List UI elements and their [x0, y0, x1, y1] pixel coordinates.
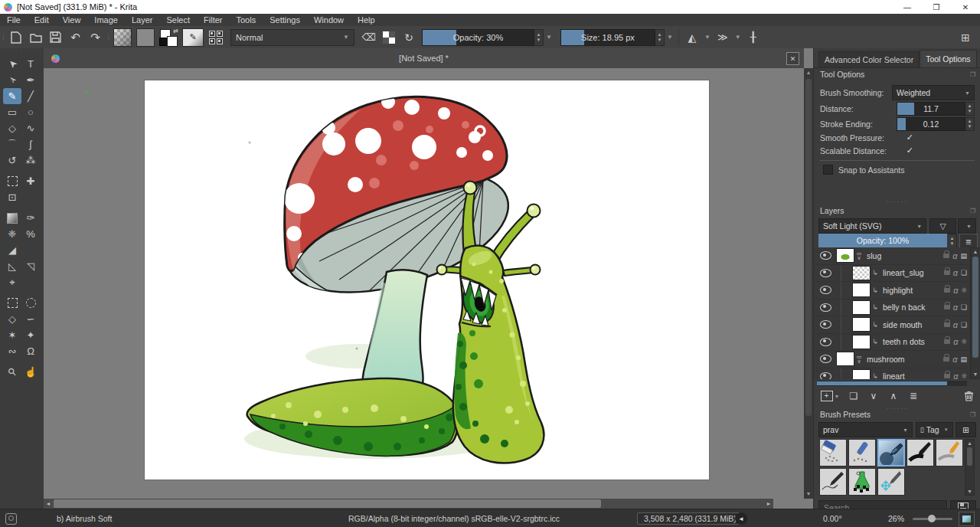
mirror-horizontal-dropdown[interactable]: ▼: [704, 34, 710, 41]
canvas-page[interactable]: [144, 80, 710, 480]
toolbox-grip[interactable]: · · ·: [0, 48, 44, 56]
selection-mode-icon[interactable]: [5, 513, 17, 525]
stroke-ending-slider[interactable]: 0.12: [897, 117, 965, 131]
pan-tool[interactable]: ☝: [21, 364, 40, 380]
float-docker-icon[interactable]: ❐: [970, 411, 977, 418]
polygon-tool[interactable]: ◇: [3, 120, 21, 136]
scroll-down-icon[interactable]: ▼: [804, 489, 813, 499]
delete-layer-button[interactable]: [961, 388, 976, 404]
contiguous-selection-tool[interactable]: ✦: [21, 327, 40, 343]
layer-alpha-icon[interactable]: α: [953, 372, 958, 379]
brush-preset-airbrush-soft[interactable]: [877, 439, 905, 466]
redo-button[interactable]: ↷: [87, 29, 104, 46]
canvas-rotation[interactable]: 0.00°: [823, 514, 842, 523]
document-close-button[interactable]: ✕: [786, 52, 799, 65]
float-docker-icon[interactable]: ❐: [970, 71, 977, 78]
layer-row-mushroom[interactable]: ▭∨mushroomα▤: [814, 351, 970, 368]
gradient-chooser[interactable]: [113, 28, 132, 47]
multibrush-tool[interactable]: ⁂: [21, 152, 40, 169]
layer-lock-icon[interactable]: [944, 305, 950, 309]
elliptical-selection-tool[interactable]: [21, 295, 40, 311]
opacity-spinner[interactable]: ▲▼: [534, 29, 544, 46]
move-layer-up-button[interactable]: ∧: [886, 388, 901, 404]
layer-row-belly-n-back[interactable]: ↳belly n backα❏: [814, 300, 970, 317]
brush-preset-ink-pen[interactable]: [906, 439, 934, 466]
select-shapes-tool[interactable]: ➤: [3, 56, 21, 72]
layer-name[interactable]: highlight: [883, 286, 944, 295]
ellipse-tool[interactable]: ○: [21, 104, 40, 120]
layer-thumbnail[interactable]: [852, 300, 871, 315]
move-tool[interactable]: ✚: [21, 173, 40, 189]
mirror-horizontal-button[interactable]: ◭: [684, 29, 701, 46]
layer-properties-button[interactable]: ≣: [906, 388, 921, 404]
eraser-mode-button[interactable]: ⌫: [361, 29, 377, 46]
open-document-button[interactable]: [28, 29, 44, 46]
move-layer-down-button[interactable]: ∨: [866, 388, 881, 404]
layer-badge-icon[interactable]: ❋: [961, 372, 967, 379]
bezier-curve-tool[interactable]: ⌒: [3, 136, 21, 152]
smooth-pressure-checkbox[interactable]: ✓: [906, 133, 913, 142]
image-size-info[interactable]: 3,508 x 2,480 (331.9 MiB): [637, 512, 743, 525]
hscroll-thumb[interactable]: [54, 499, 601, 508]
wrap-around-button[interactable]: ╂: [745, 29, 762, 46]
ruler-assistant-tool[interactable]: ◹: [21, 258, 40, 274]
size-options-dropdown[interactable]: ▼: [667, 34, 673, 41]
layer-lock-icon[interactable]: [944, 288, 950, 293]
layer-name[interactable]: side mouth: [883, 320, 944, 329]
undo-button[interactable]: ↶: [67, 29, 84, 46]
save-button[interactable]: [47, 29, 64, 46]
layer-visibility-icon[interactable]: [820, 338, 831, 346]
layer-visibility-icon[interactable]: [820, 372, 831, 379]
polygonal-selection-tool[interactable]: ◇: [3, 311, 21, 327]
scroll-right-icon[interactable]: ►: [764, 499, 773, 509]
new-document-button[interactable]: [8, 29, 24, 46]
assistants-tool[interactable]: ◺: [3, 258, 21, 274]
menu-view[interactable]: View: [56, 14, 88, 26]
freehand-brush-tool[interactable]: ✎: [3, 88, 21, 104]
preserve-alpha-button[interactable]: [381, 29, 397, 46]
tag-button[interactable]: ▯Tag▼: [916, 422, 953, 437]
reference-images-tool[interactable]: ⌖: [3, 274, 21, 290]
restore-button[interactable]: ❐: [922, 0, 951, 14]
mirror-vertical-button[interactable]: ≫: [714, 29, 731, 46]
dynamic-brush-tool[interactable]: ↺: [3, 152, 21, 169]
layer-row-slug[interactable]: ▭∨slugα▤: [814, 247, 970, 265]
group-layer-icon[interactable]: ▭∨: [854, 251, 864, 260]
layer-badge-icon[interactable]: ❋: [961, 338, 967, 345]
rectangle-tool[interactable]: ▭: [3, 104, 21, 120]
layer-badge-icon[interactable]: ▤: [960, 252, 967, 260]
vscroll-thumb[interactable]: [805, 79, 812, 416]
layer-visibility-icon[interactable]: [820, 251, 831, 260]
canvas-progress-icon[interactable]: ◄: [735, 512, 747, 525]
layer-thumbnail[interactable]: [852, 335, 871, 349]
layer-alpha-icon[interactable]: α: [952, 355, 957, 364]
bezier-selection-tool[interactable]: ∾: [3, 343, 21, 359]
menu-help[interactable]: Help: [351, 14, 382, 26]
menu-image[interactable]: Image: [87, 14, 125, 26]
layer-thumbnail[interactable]: [852, 369, 871, 379]
swap-colors-icon[interactable]: ⇄: [173, 28, 178, 34]
layer-lock-icon[interactable]: [944, 339, 950, 344]
menu-window[interactable]: Window: [307, 14, 351, 26]
brush-preset-basic-tip-blue[interactable]: [848, 439, 876, 466]
toolbar-grip-2[interactable]: ⁞: [108, 34, 109, 41]
layer-thumbnail[interactable]: [852, 266, 871, 280]
color-sampler-tool[interactable]: ✑: [21, 210, 40, 226]
size-spinner[interactable]: ▲▼: [655, 29, 665, 46]
preset-scrollbar[interactable]: ▲ ▼: [965, 439, 975, 496]
scalable-distance-checkbox[interactable]: ✓: [906, 146, 913, 155]
preset-display-mode-button[interactable]: ⊞: [956, 422, 976, 437]
layer-view-options-button[interactable]: ≣: [959, 234, 978, 249]
tab-tool-options[interactable]: Tool Options: [920, 50, 976, 67]
menu-file[interactable]: File: [0, 14, 28, 26]
layer-badge-icon[interactable]: ▤: [960, 355, 967, 363]
layer-lock-icon[interactable]: [944, 270, 950, 275]
close-button[interactable]: ✕: [951, 0, 980, 14]
freehand-path-tool[interactable]: ∫: [21, 136, 40, 152]
toolbar-grip[interactable]: ⁞: [2, 34, 4, 41]
layer-visibility-icon[interactable]: [820, 303, 831, 312]
brush-presets-button[interactable]: [209, 31, 223, 44]
stroke-ending-spinner[interactable]: ▲▼: [965, 117, 975, 131]
pattern-chooser[interactable]: [136, 28, 155, 47]
layer-lock-icon[interactable]: [944, 374, 950, 378]
